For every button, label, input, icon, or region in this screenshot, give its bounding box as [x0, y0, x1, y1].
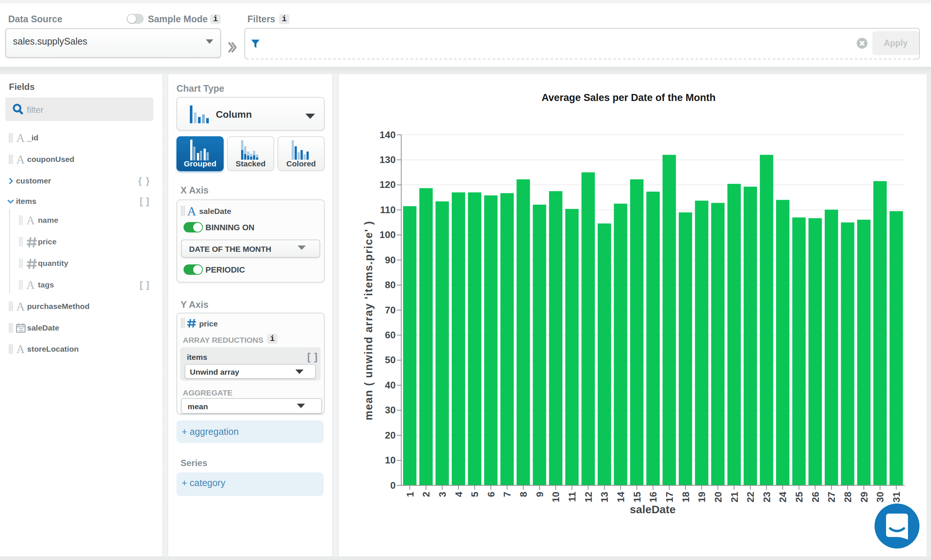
- svg-text:31: 31: [891, 492, 902, 502]
- svg-text:Average Sales per Date of the: Average Sales per Date of the Month: [542, 92, 716, 103]
- svg-text:11: 11: [567, 492, 578, 502]
- svg-text:2: 2: [421, 492, 432, 497]
- svg-text:12: 12: [583, 492, 594, 502]
- svg-text:20: 20: [712, 492, 724, 502]
- svg-text:120: 120: [380, 179, 396, 190]
- svg-text:20: 20: [385, 430, 396, 441]
- svg-text:28: 28: [842, 492, 853, 502]
- svg-text:90: 90: [385, 254, 396, 266]
- svg-text:110: 110: [380, 204, 396, 215]
- svg-text:10: 10: [550, 492, 561, 502]
- svg-text:19: 19: [696, 492, 707, 502]
- svg-text:mean ( unwind array 'items.pri: mean ( unwind array 'items.price' ): [362, 221, 375, 420]
- svg-text:1: 1: [405, 492, 416, 497]
- svg-text:80: 80: [385, 279, 396, 291]
- svg-text:23: 23: [761, 492, 772, 502]
- svg-text:130: 130: [380, 154, 396, 165]
- svg-text:8: 8: [518, 492, 529, 497]
- svg-text:16: 16: [647, 492, 659, 502]
- svg-text:18: 18: [680, 492, 691, 502]
- svg-text:70: 70: [385, 305, 396, 315]
- svg-text:30: 30: [874, 492, 886, 502]
- svg-text:6: 6: [486, 492, 497, 497]
- svg-text:26: 26: [810, 492, 821, 502]
- svg-text:140: 140: [380, 129, 396, 140]
- svg-text:21: 21: [729, 492, 740, 502]
- svg-text:3: 3: [437, 492, 448, 497]
- svg-text:10: 10: [385, 455, 396, 466]
- svg-text:9: 9: [534, 492, 546, 497]
- svg-text:14: 14: [615, 491, 626, 502]
- svg-text:5: 5: [469, 492, 480, 497]
- svg-text:22: 22: [745, 492, 756, 502]
- svg-text:40: 40: [385, 380, 396, 391]
- svg-text:27: 27: [826, 492, 837, 502]
- svg-text:24: 24: [777, 491, 788, 502]
- svg-text:4: 4: [453, 491, 464, 497]
- svg-text:7: 7: [501, 492, 513, 497]
- svg-text:15: 15: [632, 492, 643, 502]
- svg-text:100: 100: [380, 229, 396, 240]
- svg-text:0: 0: [390, 480, 396, 491]
- svg-text:50: 50: [385, 354, 396, 365]
- svg-text:17: 17: [664, 492, 675, 502]
- svg-text:30: 30: [385, 405, 396, 415]
- svg-text:25: 25: [794, 492, 805, 502]
- svg-text:13: 13: [599, 492, 610, 502]
- svg-text:29: 29: [859, 492, 870, 502]
- svg-text:60: 60: [385, 329, 396, 340]
- svg-text:saleDate: saleDate: [630, 503, 675, 515]
